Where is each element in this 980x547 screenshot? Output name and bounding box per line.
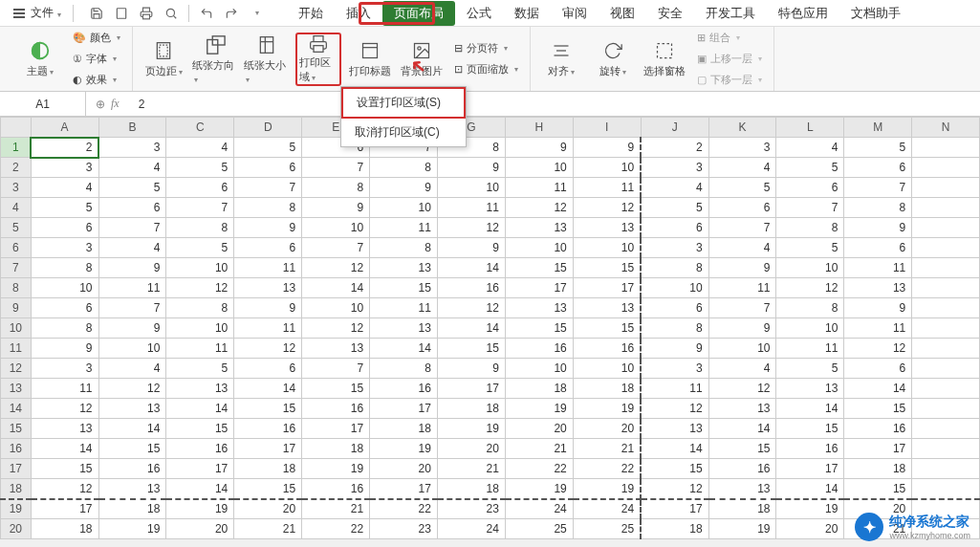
cell[interactable]: 6	[844, 158, 912, 178]
column-header[interactable]: J	[641, 118, 708, 138]
column-header[interactable]: L	[776, 118, 844, 138]
cell[interactable]: 5	[844, 138, 912, 158]
column-header[interactable]: N	[912, 118, 980, 138]
cell[interactable]: 7	[776, 198, 844, 218]
cell[interactable]: 13	[708, 479, 776, 499]
cell[interactable]	[912, 278, 980, 298]
cell[interactable]: 11	[370, 298, 438, 318]
tab-data[interactable]: 数据	[503, 1, 551, 26]
cell[interactable]: 19	[166, 499, 234, 519]
cell[interactable]: 7	[98, 298, 166, 318]
cell[interactable]: 17	[234, 439, 302, 459]
cell[interactable]: 18	[437, 479, 505, 499]
orientation-button[interactable]: 纸张方向	[192, 33, 238, 86]
cell[interactable]: 10	[31, 278, 98, 298]
cell[interactable]: 6	[641, 218, 708, 238]
cell[interactable]: 15	[641, 459, 708, 479]
cell[interactable]: 6	[844, 238, 912, 258]
cell[interactable]: 19	[98, 519, 166, 539]
undo-icon[interactable]	[195, 3, 218, 24]
cell[interactable]: 12	[505, 198, 573, 218]
cell[interactable]: 18	[505, 379, 573, 399]
paper-size-button[interactable]: 纸张大小	[244, 33, 290, 86]
cell[interactable]: 19	[505, 399, 573, 419]
print-icon[interactable]	[135, 3, 158, 24]
cell[interactable]: 3	[641, 238, 708, 258]
cell[interactable]: 13	[234, 278, 302, 298]
cell[interactable]: 8	[31, 258, 98, 278]
fonts-button[interactable]: ①字体	[69, 50, 124, 69]
cell[interactable]: 7	[302, 158, 370, 178]
column-header[interactable]: H	[505, 118, 573, 138]
cell[interactable]: 13	[98, 479, 166, 499]
cell[interactable]: 4	[708, 158, 776, 178]
cell[interactable]: 17	[505, 278, 573, 298]
tab-start[interactable]: 开始	[287, 1, 335, 26]
cell[interactable]: 3	[708, 138, 776, 158]
cell[interactable]: 11	[641, 379, 708, 399]
cell[interactable]: 6	[31, 298, 98, 318]
cell[interactable]	[912, 379, 980, 399]
cell[interactable]: 18	[370, 419, 438, 439]
row-header[interactable]: 18	[1, 479, 32, 499]
print-titles-button[interactable]: 打印标题	[347, 33, 393, 86]
cell[interactable]: 9	[844, 298, 912, 318]
cell[interactable]: 13	[166, 379, 234, 399]
cell[interactable]: 12	[437, 298, 505, 318]
new-icon[interactable]	[110, 3, 133, 24]
cell[interactable]: 13	[98, 399, 166, 419]
cell[interactable]: 24	[505, 499, 573, 519]
cell[interactable]: 16	[776, 439, 844, 459]
cell[interactable]: 19	[776, 499, 844, 519]
cell[interactable]: 7	[708, 298, 776, 318]
cell[interactable]: 11	[234, 318, 302, 339]
cell[interactable]: 11	[437, 198, 505, 218]
cell[interactable]: 22	[302, 519, 370, 539]
cell[interactable]: 13	[302, 339, 370, 359]
cell[interactable]: 4	[776, 138, 844, 158]
cell[interactable]: 17	[573, 278, 641, 298]
cell[interactable]: 14	[370, 339, 438, 359]
row-header[interactable]: 16	[1, 439, 32, 459]
cell[interactable]: 2	[641, 138, 708, 158]
colors-button[interactable]: 🎨颜色	[69, 29, 124, 48]
cell[interactable]: 10	[573, 238, 641, 258]
cell[interactable]: 4	[166, 138, 234, 158]
cell[interactable]: 13	[708, 399, 776, 419]
cell[interactable]: 8	[166, 298, 234, 318]
cell[interactable]: 16	[708, 459, 776, 479]
tab-view[interactable]: 视图	[599, 1, 646, 26]
cell[interactable]: 17	[370, 399, 438, 419]
search-icon[interactable]: ⊕	[96, 98, 105, 111]
cell[interactable]	[912, 399, 980, 419]
cell[interactable]: 4	[98, 158, 166, 178]
cell[interactable]: 7	[302, 238, 370, 258]
cell[interactable]: 8	[641, 258, 708, 278]
cell[interactable]: 10	[708, 339, 776, 359]
row-header[interactable]: 7	[1, 258, 32, 278]
tab-developer[interactable]: 开发工具	[694, 1, 767, 26]
cell[interactable]	[912, 459, 980, 479]
forward-button[interactable]: ▣上移一层	[693, 50, 766, 69]
cell[interactable]: 15	[31, 459, 98, 479]
cell[interactable]: 16	[573, 339, 641, 359]
cell[interactable]: 13	[573, 218, 641, 238]
cell[interactable]: 16	[844, 419, 912, 439]
cell[interactable]: 15	[844, 479, 912, 499]
formula-input[interactable]: 2	[129, 98, 155, 111]
cell[interactable]: 16	[370, 379, 438, 399]
cell[interactable]: 20	[166, 519, 234, 539]
cell[interactable]: 10	[166, 318, 234, 339]
cell[interactable]: 3	[31, 359, 98, 379]
cell[interactable]: 12	[708, 379, 776, 399]
cell[interactable]: 8	[370, 158, 438, 178]
cell[interactable]: 9	[437, 359, 505, 379]
row-header[interactable]: 9	[1, 298, 32, 318]
cell[interactable]: 18	[844, 459, 912, 479]
row-header[interactable]: 13	[1, 379, 32, 399]
cell[interactable]: 9	[641, 339, 708, 359]
cell[interactable]: 9	[708, 318, 776, 339]
cell[interactable]: 11	[31, 379, 98, 399]
cell[interactable]: 14	[708, 419, 776, 439]
cell[interactable]: 11	[776, 339, 844, 359]
